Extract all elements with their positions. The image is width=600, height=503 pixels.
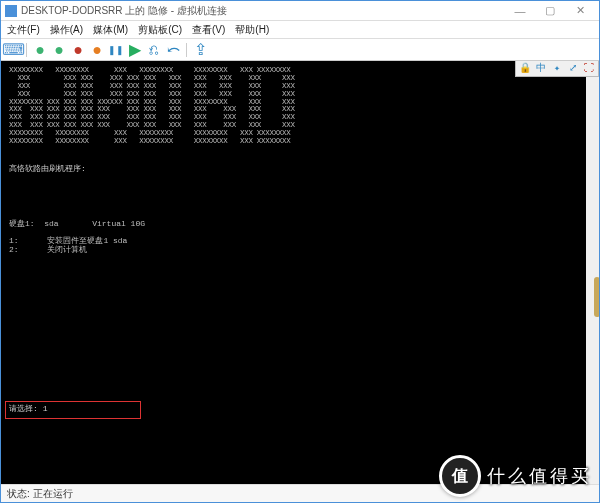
status-text: 状态: 正在运行 [7,487,73,501]
menu-option-2: 2: 关闭计算机 [9,245,591,254]
prompt-input-value[interactable]: 1 [43,404,48,413]
maximize-button[interactable]: ▢ [535,2,565,20]
resize-icon[interactable]: ⤢ [566,63,580,75]
menu-view[interactable]: 查看(V) [192,23,225,37]
vm-console[interactable]: 🔒 中 ✦ ⤢ ⛶ XXXXXXXX XXXXXXXX XXX XXXXXXXX… [1,61,599,484]
save-icon[interactable]: ● [89,42,105,58]
menu-option-1: 1: 安装固件至硬盘1 sda [9,236,591,245]
ime-icon[interactable]: 中 [534,63,548,75]
menu-media[interactable]: 媒体(M) [93,23,128,37]
vm-connection-window: DESKTOP-DODRSRR 上的 隐修 - 虚拟机连接 — ▢ ✕ 文件(F… [0,0,600,503]
program-label: 高恪软路由刷机程序: [9,164,591,173]
prompt-line: 请选择: 1 [9,404,47,413]
scrollbar-thumb[interactable] [594,277,599,317]
reset-icon[interactable]: ▶ [127,42,143,58]
revert-icon[interactable]: ⤺ [165,42,181,58]
start-icon[interactable]: ● [32,42,48,58]
statusbar: 状态: 正在运行 [1,484,599,502]
scrollbar-track[interactable] [586,77,599,484]
enhanced-session-icon[interactable]: ⇪ [192,42,208,58]
titlebar: DESKTOP-DODRSRR 上的 隐修 - 虚拟机连接 — ▢ ✕ [1,1,599,21]
checkpoint-icon[interactable]: ⎌ [146,42,162,58]
shutdown-icon[interactable]: ● [70,42,86,58]
separator-icon [186,43,187,57]
toolbar: ⌨ ● ● ● ● ❚❚ ▶ ⎌ ⤺ ⇪ [1,39,599,61]
lock-icon[interactable]: 🔒 [518,63,532,75]
app-icon [5,5,17,17]
fullscreen-icon[interactable]: ⛶ [582,63,596,75]
turnoff-icon[interactable]: ● [51,42,67,58]
minimize-button[interactable]: — [505,2,535,20]
menubar: 文件(F) 操作(A) 媒体(M) 剪贴板(C) 查看(V) 帮助(H) [1,21,599,39]
separator-icon [26,43,27,57]
ctrl-alt-del-icon[interactable]: ⌨ [5,42,21,58]
menu-help[interactable]: 帮助(H) [235,23,269,37]
window-title: DESKTOP-DODRSRR 上的 隐修 - 虚拟机连接 [21,4,227,18]
prompt-label: 请选择: [9,404,38,413]
menu-clipboard[interactable]: 剪贴板(C) [138,23,182,37]
ascii-banner: XXXXXXXX XXXXXXXX XXX XXXXXXXX XXXXXXXX … [9,67,591,146]
pause-icon[interactable]: ❚❚ [108,42,124,58]
console-mini-toolbar: 🔒 中 ✦ ⤢ ⛶ [515,61,599,77]
disk-info: 硬盘1: sda Virtual 10G [9,219,591,228]
menu-file[interactable]: 文件(F) [7,23,40,37]
menu-action[interactable]: 操作(A) [50,23,83,37]
close-button[interactable]: ✕ [565,2,595,20]
pin-icon[interactable]: ✦ [550,63,564,75]
